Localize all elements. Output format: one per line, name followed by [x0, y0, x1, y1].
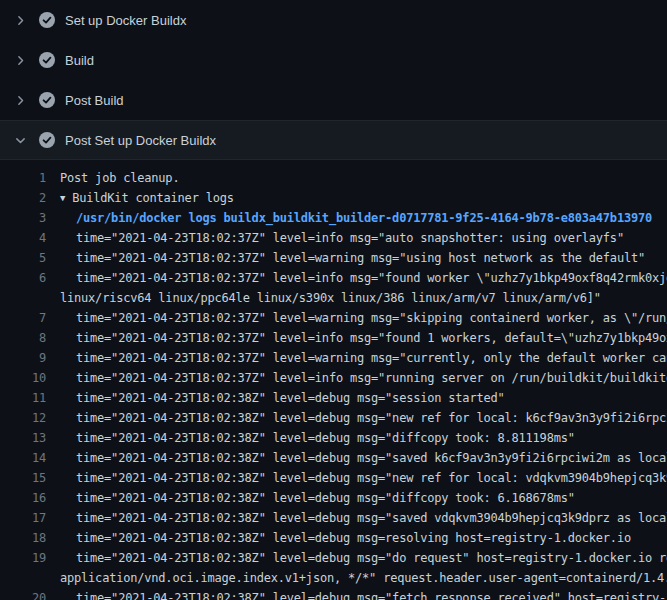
log-line-text: time="2021-04-23T18:02:38Z" level=debug …	[46, 488, 667, 508]
log-line-text: time="2021-04-23T18:02:38Z" level=debug …	[46, 408, 667, 428]
log-line-number[interactable]: 12	[0, 408, 46, 428]
log-line: 17 time="2021-04-23T18:02:38Z" level=deb…	[0, 508, 667, 528]
log-line: linux/riscv64 linux/ppc64le linux/s390x …	[0, 288, 667, 308]
step-title: Post Build	[65, 93, 124, 108]
step-title: Post Set up Docker Buildx	[65, 133, 216, 148]
step-header-2[interactable]: Post Build	[0, 80, 667, 120]
log-line: 2 ▼BuildKit container logs	[0, 188, 667, 208]
log-line: 1 Post job cleanup.	[0, 168, 667, 188]
log-line-text: time="2021-04-23T18:02:37Z" level=info m…	[46, 228, 667, 248]
log-line-text: time="2021-04-23T18:02:37Z" level=info m…	[46, 368, 667, 388]
log-line: 7 time="2021-04-23T18:02:37Z" level=warn…	[0, 308, 667, 328]
log-line-number[interactable]: 14	[0, 448, 46, 468]
group-toggle-icon[interactable]: ▼	[60, 188, 65, 208]
log-line-text: ▼BuildKit container logs	[46, 188, 667, 208]
step-header-1[interactable]: Build	[0, 40, 667, 80]
step-list: Set up Docker Buildx Build Post Build	[0, 0, 667, 160]
log-line-number[interactable]: 19	[0, 548, 46, 568]
log-line-text: time="2021-04-23T18:02:38Z" level=debug …	[46, 448, 667, 468]
log-output: 1 Post job cleanup. 2 ▼BuildKit containe…	[0, 160, 667, 600]
log-line: 9 time="2021-04-23T18:02:37Z" level=warn…	[0, 348, 667, 368]
log-line-text: time="2021-04-23T18:02:38Z" level=debug …	[46, 588, 667, 600]
log-line: application/vnd.oci.image.index.v1+json,…	[0, 568, 667, 588]
chevron-right-icon[interactable]	[14, 14, 27, 27]
log-line-text: time="2021-04-23T18:02:37Z" level=warnin…	[46, 248, 667, 268]
log-line: 19 time="2021-04-23T18:02:38Z" level=deb…	[0, 548, 667, 568]
log-line-number[interactable]: 15	[0, 468, 46, 488]
log-line-number[interactable]: 1	[0, 168, 46, 188]
log-line: 10 time="2021-04-23T18:02:37Z" level=inf…	[0, 368, 667, 388]
log-line-text: time="2021-04-23T18:02:37Z" level=warnin…	[46, 308, 667, 328]
log-line-number[interactable]: 6	[0, 268, 46, 288]
log-line-number[interactable]: 9	[0, 348, 46, 368]
log-line-number[interactable]: 8	[0, 328, 46, 348]
check-circle-icon	[39, 132, 55, 148]
log-line: 4 time="2021-04-23T18:02:37Z" level=info…	[0, 228, 667, 248]
log-line-text: /usr/bin/docker logs buildx_buildkit_bui…	[46, 208, 667, 228]
log-line-text: time="2021-04-23T18:02:38Z" level=debug …	[46, 468, 667, 488]
step-header-0[interactable]: Set up Docker Buildx	[0, 0, 667, 40]
group-title[interactable]: BuildKit container logs	[72, 191, 234, 205]
log-line-number[interactable]: 13	[0, 428, 46, 448]
log-line: 6 time="2021-04-23T18:02:37Z" level=info…	[0, 268, 667, 288]
log-line-text: Post job cleanup.	[46, 168, 667, 188]
log-line-number[interactable]: 20	[0, 588, 46, 600]
check-circle-icon	[39, 52, 55, 68]
log-line-text: time="2021-04-23T18:02:38Z" level=debug …	[46, 388, 667, 408]
log-line: 12 time="2021-04-23T18:02:38Z" level=deb…	[0, 408, 667, 428]
log-line-text: time="2021-04-23T18:02:38Z" level=debug …	[46, 428, 667, 448]
log-line-number[interactable]: 16	[0, 488, 46, 508]
log-line-number[interactable]: 5	[0, 248, 46, 268]
log-line: 8 time="2021-04-23T18:02:37Z" level=info…	[0, 328, 667, 348]
step-title: Set up Docker Buildx	[65, 13, 186, 28]
log-line-text: time="2021-04-23T18:02:38Z" level=debug …	[46, 528, 667, 548]
log-line-text: time="2021-04-23T18:02:38Z" level=debug …	[46, 548, 667, 568]
log-line-number[interactable]: 3	[0, 208, 46, 228]
log-line-number[interactable]	[0, 288, 46, 308]
log-line-text: time="2021-04-23T18:02:38Z" level=debug …	[46, 508, 667, 528]
chevron-right-icon[interactable]	[14, 54, 27, 67]
log-line: 5 time="2021-04-23T18:02:37Z" level=warn…	[0, 248, 667, 268]
log-line-text: application/vnd.oci.image.index.v1+json,…	[46, 568, 667, 588]
log-line-text: linux/riscv64 linux/ppc64le linux/s390x …	[46, 288, 667, 308]
log-line: 20 time="2021-04-23T18:02:38Z" level=deb…	[0, 588, 667, 600]
chevron-right-icon[interactable]	[14, 94, 27, 107]
log-line-number[interactable]: 7	[0, 308, 46, 328]
log-line-number[interactable]: 2	[0, 188, 46, 208]
step-title: Build	[65, 53, 94, 68]
log-line: 16 time="2021-04-23T18:02:38Z" level=deb…	[0, 488, 667, 508]
check-circle-icon	[39, 12, 55, 28]
log-line-number[interactable]: 4	[0, 228, 46, 248]
log-line-number[interactable]: 17	[0, 508, 46, 528]
log-line-text: time="2021-04-23T18:02:37Z" level=warnin…	[46, 348, 667, 368]
check-circle-icon	[39, 92, 55, 108]
step-header-3[interactable]: Post Set up Docker Buildx	[0, 120, 667, 160]
log-line: 15 time="2021-04-23T18:02:38Z" level=deb…	[0, 468, 667, 488]
log-line-text: time="2021-04-23T18:02:37Z" level=info m…	[46, 268, 667, 288]
log-line: 14 time="2021-04-23T18:02:38Z" level=deb…	[0, 448, 667, 468]
log-line-number[interactable]: 10	[0, 368, 46, 388]
log-line-text: time="2021-04-23T18:02:37Z" level=info m…	[46, 328, 667, 348]
log-line-number[interactable]: 18	[0, 528, 46, 548]
log-line: 11 time="2021-04-23T18:02:38Z" level=deb…	[0, 388, 667, 408]
log-line: 3 /usr/bin/docker logs buildx_buildkit_b…	[0, 208, 667, 228]
log-line-number[interactable]: 11	[0, 388, 46, 408]
actions-log-viewer: Set up Docker Buildx Build Post Build	[0, 0, 667, 600]
log-line: 18 time="2021-04-23T18:02:38Z" level=deb…	[0, 528, 667, 548]
log-line-number[interactable]	[0, 568, 46, 588]
chevron-down-icon[interactable]	[14, 134, 27, 147]
log-line: 13 time="2021-04-23T18:02:38Z" level=deb…	[0, 428, 667, 448]
